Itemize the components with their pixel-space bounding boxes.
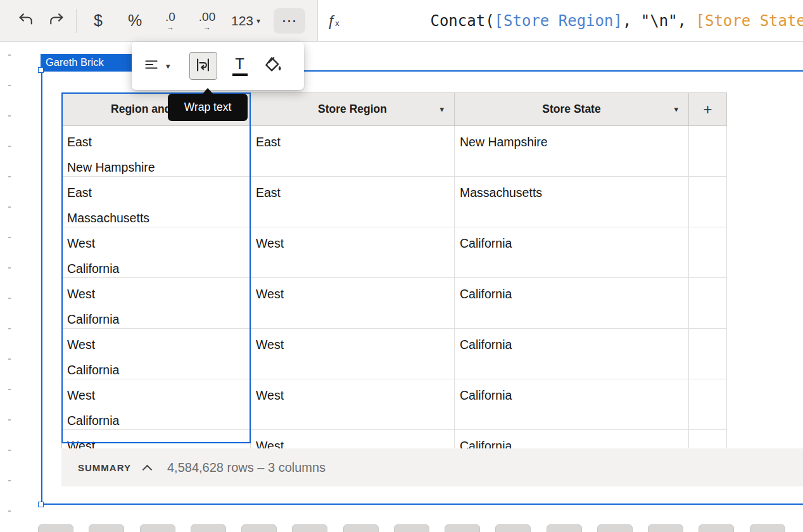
wrap-text-tooltip: Wrap text	[168, 94, 248, 121]
data-table: Region and State ▾ Store Region ▾ Store …	[61, 92, 727, 448]
formula-column-ref-state: [Store State]	[696, 12, 803, 30]
table-cell[interactable]: California	[455, 379, 689, 429]
chevron-down-icon[interactable]: ▾	[674, 104, 678, 114]
undo-icon	[17, 11, 35, 31]
currency-format-button[interactable]: $	[85, 0, 111, 41]
percent-format-button[interactable]: %	[120, 0, 149, 41]
toolbar-divider	[76, 9, 77, 33]
table-cell[interactable]	[689, 126, 727, 176]
wrap-text-button[interactable]	[189, 52, 217, 80]
table-cell[interactable]: California	[455, 329, 689, 379]
table-cell[interactable]: West	[251, 430, 455, 448]
table-cell[interactable]: Massachusetts	[455, 177, 689, 227]
table-cell[interactable]: California	[455, 278, 689, 328]
bottom-dock-item[interactable]	[89, 524, 124, 532]
formula-function: Concat(	[430, 12, 494, 30]
number-format-label: 123	[231, 13, 253, 28]
column-header-label: Store State	[542, 103, 600, 116]
table-row: West California West California	[62, 379, 727, 430]
formula-string-literal: , "\n",	[623, 12, 696, 30]
increase-decimal-button[interactable]: .00 →	[189, 0, 225, 41]
table-cell[interactable]: East	[251, 177, 455, 227]
bottom-dock-item[interactable]	[292, 524, 327, 532]
selection-handle-top-left[interactable]	[38, 67, 44, 73]
table-cell[interactable]	[689, 329, 727, 379]
table-cell[interactable]	[689, 177, 727, 227]
more-formats-button[interactable]: ⋯	[274, 0, 305, 41]
column-header-store-state[interactable]: Store State ▾	[455, 93, 689, 125]
table-row: West California West California	[62, 329, 727, 379]
bottom-dock-item[interactable]	[191, 524, 226, 532]
summary-label: SUMMARY	[78, 462, 131, 473]
percent-icon: %	[128, 11, 142, 30]
table-cell[interactable]: California	[455, 227, 689, 277]
bottom-dock-item[interactable]	[140, 524, 175, 532]
table-cell[interactable]: West California	[62, 430, 251, 448]
element-title-label[interactable]: Gareth Brick	[41, 54, 132, 71]
table-cell[interactable]: West California	[62, 227, 251, 277]
table-cell[interactable]: West California	[62, 278, 251, 328]
selection-handle-bottom-left[interactable]	[38, 502, 44, 507]
bottom-dock-item[interactable]	[38, 524, 73, 532]
fill-color-button[interactable]	[263, 55, 283, 77]
bottom-dock-item[interactable]	[445, 524, 480, 532]
number-format-button[interactable]: 123 ▾	[227, 0, 265, 41]
table-row: West California West California	[62, 227, 727, 278]
table-cell[interactable]: New Hampshire	[455, 126, 689, 176]
table-header-row: Region and State ▾ Store Region ▾ Store …	[62, 93, 727, 126]
increase-decimal-icon: .00 →	[199, 11, 215, 31]
table-cell[interactable]: West	[251, 379, 455, 429]
bottom-dock-item[interactable]	[699, 524, 734, 532]
table-cell[interactable]: West	[251, 329, 455, 379]
add-column-button[interactable]: +	[689, 93, 727, 125]
column-header-store-region[interactable]: Store Region ▾	[251, 93, 455, 125]
fx-icon[interactable]: ƒ x	[327, 13, 339, 28]
table-cell[interactable]: East New Hampshire	[62, 126, 251, 176]
summary-bar: SUMMARY 4,584,628 rows – 3 columns	[61, 448, 803, 486]
text-color-icon: T	[235, 56, 244, 72]
redo-button[interactable]	[42, 0, 71, 41]
format-toolbar: $ % .0 → .00 → 123 ▾ ⋯ ƒ	[0, 0, 803, 42]
chevron-down-icon[interactable]: ▾	[439, 104, 444, 114]
decrease-decimal-button[interactable]: .0 →	[155, 0, 186, 41]
table-cell[interactable]: West California	[62, 379, 251, 429]
table-row: East New Hampshire East New Hampshire	[62, 126, 727, 177]
table-cell[interactable]: West California	[62, 329, 251, 379]
app-canvas: $ % .0 → .00 → 123 ▾ ⋯ ƒ	[0, 0, 803, 532]
bottom-dock-item[interactable]	[495, 524, 531, 532]
table-cell[interactable]: East Massachusetts	[62, 177, 251, 227]
bottom-dock-item[interactable]	[343, 524, 379, 532]
table-cell[interactable]	[689, 227, 727, 277]
bottom-dock-item[interactable]	[648, 524, 683, 532]
redo-icon	[47, 11, 65, 31]
table-cell[interactable]	[689, 379, 727, 429]
bottom-dock-item[interactable]	[547, 524, 582, 532]
text-color-button[interactable]: T	[227, 56, 253, 75]
currency-icon: $	[94, 11, 103, 30]
bottom-dock-item[interactable]	[750, 524, 785, 532]
chevron-down-icon: ▾	[256, 16, 260, 25]
table-cell[interactable]: West	[251, 278, 455, 328]
table-row: West California West California	[62, 430, 727, 448]
bottom-dock-item[interactable]	[394, 524, 429, 532]
align-button[interactable]: ▾	[142, 56, 170, 75]
table-cell[interactable]: California	[455, 430, 689, 448]
chevron-down-icon: ▾	[166, 61, 170, 71]
bottom-dock-item[interactable]	[597, 524, 633, 532]
formula-column-ref-region: [Store Region]	[495, 12, 623, 30]
bottom-dock-item[interactable]	[241, 524, 277, 532]
collapse-chevron-icon[interactable]	[142, 464, 153, 474]
table-row: West California West California	[62, 278, 727, 329]
formula-input[interactable]: Concat([Store Region], "\n", [Store Stat…	[357, 0, 803, 48]
undo-button[interactable]	[11, 0, 41, 41]
column-header-label: Store Region	[318, 103, 387, 116]
table-cell[interactable]	[689, 430, 727, 448]
formula-bar: ƒ x Concat([Store Region], "\n", [Store …	[317, 0, 803, 41]
table-row: East Massachusetts East Massachusetts	[62, 177, 727, 227]
table-cell[interactable]: East	[251, 126, 455, 176]
table-cell[interactable]: West	[251, 227, 455, 277]
table-cell[interactable]	[689, 278, 727, 328]
text-format-popup: ▾ T	[132, 42, 304, 90]
plus-icon: +	[703, 101, 712, 118]
align-left-icon	[142, 56, 161, 75]
